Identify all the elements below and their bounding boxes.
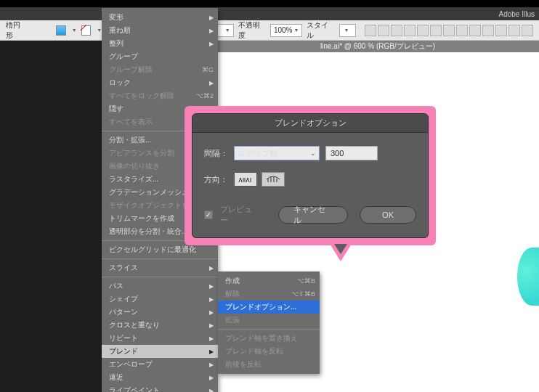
cancel-button[interactable]: キャンセル: [278, 206, 348, 224]
orientation-align-page[interactable]: [234, 172, 257, 187]
dialog-title: ブレンドオプション: [192, 114, 428, 133]
menu-item[interactable]: リピート▶: [102, 332, 218, 345]
submenu-item: ブレンド軸を反転: [218, 345, 320, 358]
menu-item[interactable]: ロック▶: [102, 76, 218, 89]
blend-options-dialog: ブレンドオプション 間隔： ステップ数⌄ 300 方向：: [192, 113, 429, 238]
spacing-label: 間隔：: [204, 148, 228, 159]
align-icon[interactable]: [365, 25, 376, 36]
spacing-value-input[interactable]: 300: [325, 146, 378, 160]
stroke-swatch[interactable]: [81, 25, 91, 36]
align-icon[interactable]: [522, 25, 533, 36]
menu-item[interactable]: 整列▶: [102, 37, 218, 50]
callout: ブレンドオプション 間隔： ステップ数⌄ 300 方向：: [185, 106, 436, 245]
opacity-field[interactable]: 100%▼: [270, 24, 303, 37]
shape-label: 楕円形: [6, 20, 27, 41]
ok-button[interactable]: OK: [360, 206, 416, 224]
align-icon[interactable]: [456, 25, 468, 36]
menu-item[interactable]: 遠近▶: [102, 371, 218, 384]
submenu-item[interactable]: 作成⌥⌘B: [218, 274, 320, 287]
orientation-align-path[interactable]: [262, 172, 285, 187]
submenu-item: 前後を反転: [218, 358, 320, 371]
menu-item[interactable]: スライス▶: [102, 261, 218, 274]
align-icons-group: [365, 25, 533, 36]
submenu-item: 解除⌥⇧⌘B: [218, 287, 320, 301]
options-bar: 楕円形 ▼ ▼ 線 基本▼ 不透明度 100%▼ スタイル ▼: [0, 20, 539, 41]
preview-checkbox[interactable]: ✓: [204, 211, 213, 219]
menu-item: グループ解除⌘G: [102, 63, 218, 76]
align-icon[interactable]: [443, 25, 455, 36]
align-icon[interactable]: [430, 25, 442, 36]
fill-swatch[interactable]: [56, 25, 65, 36]
menu-item[interactable]: 重ね順▶: [102, 24, 218, 37]
blend-submenu[interactable]: 作成⌥⌘B解除⌥⇧⌘Bブレンドオプション...拡張ブレンド軸を置き換えブレンド軸…: [218, 271, 320, 374]
system-menubar: [0, 0, 539, 7]
align-icon[interactable]: [508, 25, 520, 36]
menu-item[interactable]: パターン▶: [102, 306, 218, 319]
align-icon[interactable]: [378, 25, 389, 36]
menu-item[interactable]: ブレンド▶: [102, 345, 218, 358]
align-icon[interactable]: [404, 25, 416, 36]
orientation-label: 方向：: [204, 174, 228, 185]
app-bar: Adobe Illus: [0, 7, 539, 20]
workspace: line.ai* @ 600 % (RGB/プレビュー) 変形▶重ね順▶整列▶グ…: [0, 41, 539, 392]
opacity-label: 不透明度: [238, 20, 266, 41]
align-icon[interactable]: [495, 25, 507, 36]
menu-item[interactable]: グループ: [102, 50, 218, 63]
style-select[interactable]: ▼: [339, 24, 356, 37]
submenu-item: ブレンド軸を置き換え: [218, 332, 320, 345]
align-icon[interactable]: [417, 25, 429, 36]
menu-item: すべてをロック解除⌥⌘2: [102, 89, 218, 102]
menu-item[interactable]: エンベロープ▶: [102, 358, 218, 371]
menu-item[interactable]: クロスと重なり▶: [102, 319, 218, 332]
align-icon[interactable]: [482, 25, 494, 36]
submenu-item[interactable]: ブレンドオプション...: [218, 301, 320, 314]
preview-label: プレビュー: [220, 204, 259, 226]
submenu-item: 拡張: [218, 314, 320, 327]
menu-item[interactable]: パス▶: [102, 279, 218, 293]
style-label: スタイル: [307, 20, 334, 41]
spacing-method-select[interactable]: ステップ数⌄: [234, 146, 320, 160]
menu-item[interactable]: シェイプ▶: [102, 293, 218, 306]
align-icon[interactable]: [391, 25, 402, 36]
menu-item[interactable]: 変形▶: [102, 11, 218, 24]
align-icon[interactable]: [469, 25, 481, 36]
menu-item[interactable]: ライブペイント▶: [102, 384, 218, 392]
document-tab[interactable]: line.ai* @ 600 % (RGB/プレビュー): [216, 41, 539, 52]
app-name: Adobe Illus: [499, 10, 535, 18]
